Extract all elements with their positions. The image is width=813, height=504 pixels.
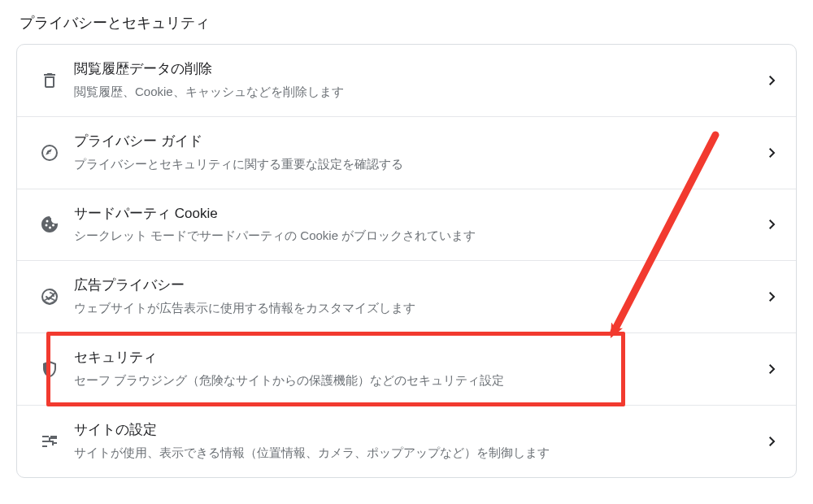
row-text: サイトの設定 サイトが使用、表示できる情報（位置情報、カメラ、ポップアップなど）… xyxy=(74,420,760,463)
row-third-party-cookies[interactable]: サードパーティ Cookie シークレット モードでサードパーティの Cooki… xyxy=(17,189,796,261)
row-desc: シークレット モードでサードパーティの Cookie がブロックされています xyxy=(74,226,760,245)
chevron-right-icon xyxy=(760,76,785,85)
row-desc: ウェブサイトが広告表示に使用する情報をカスタマイズします xyxy=(74,298,760,318)
tune-icon xyxy=(25,432,74,451)
row-clear-browsing-data[interactable]: 閲覧履歴データの削除 閲覧履歴、Cookie、キャッシュなどを削除します xyxy=(17,45,796,116)
trash-icon xyxy=(25,71,74,90)
chevron-right-icon xyxy=(760,292,785,302)
row-desc: セーフ ブラウジング（危険なサイトからの保護機能）などのセキュリティ設定 xyxy=(74,371,760,390)
row-site-settings[interactable]: サイトの設定 サイトが使用、表示できる情報（位置情報、カメラ、ポップアップなど）… xyxy=(17,405,796,477)
row-security[interactable]: セキュリティ セーフ ブラウジング（危険なサイトからの保護機能）などのセキュリテ… xyxy=(17,332,796,405)
row-title: サードパーティ Cookie xyxy=(74,204,760,224)
row-title: セキュリティ xyxy=(74,348,760,367)
row-title: プライバシー ガイド xyxy=(74,132,760,151)
compass-icon xyxy=(25,143,74,163)
row-title: サイトの設定 xyxy=(74,420,760,440)
row-text: 広告プライバシー ウェブサイトが広告表示に使用する情報をカスタマイズします xyxy=(74,276,760,318)
row-text: セキュリティ セーフ ブラウジング（危険なサイトからの保護機能）などのセキュリテ… xyxy=(74,348,760,390)
row-privacy-guide[interactable]: プライバシー ガイド プライバシーとセキュリティに関する重要な設定を確認する xyxy=(17,116,796,189)
row-desc: 閲覧履歴、Cookie、キャッシュなどを削除します xyxy=(74,82,760,102)
chevron-right-icon xyxy=(760,437,785,446)
row-ad-privacy[interactable]: 広告プライバシー ウェブサイトが広告表示に使用する情報をカスタマイズします xyxy=(17,260,796,332)
row-text: 閲覧履歴データの削除 閲覧履歴、Cookie、キャッシュなどを削除します xyxy=(74,59,760,102)
section-title: プライバシーとセキュリティ xyxy=(20,13,797,33)
row-title: 広告プライバシー xyxy=(74,276,760,295)
chevron-right-icon xyxy=(760,364,785,374)
chevron-right-icon xyxy=(760,148,785,158)
cookie-icon xyxy=(25,215,74,234)
row-text: サードパーティ Cookie シークレット モードでサードパーティの Cooki… xyxy=(74,204,760,246)
chevron-right-icon xyxy=(760,219,785,229)
settings-card: 閲覧履歴データの削除 閲覧履歴、Cookie、キャッシュなどを削除します プライ… xyxy=(16,44,797,478)
row-desc: サイトが使用、表示できる情報（位置情報、カメラ、ポップアップなど）を制御します xyxy=(74,443,760,463)
row-title: 閲覧履歴データの削除 xyxy=(74,59,760,79)
ad-target-icon xyxy=(25,287,74,306)
shield-icon xyxy=(25,359,74,379)
row-desc: プライバシーとセキュリティに関する重要な設定を確認する xyxy=(74,154,760,174)
row-text: プライバシー ガイド プライバシーとセキュリティに関する重要な設定を確認する xyxy=(74,132,760,174)
